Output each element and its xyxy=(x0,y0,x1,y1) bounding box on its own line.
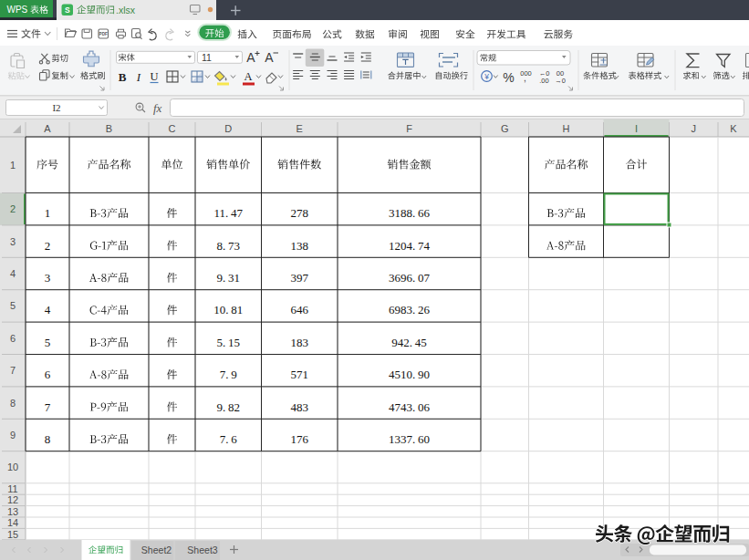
svg-text:E: E xyxy=(296,123,303,134)
svg-text:5: 5 xyxy=(45,336,51,349)
svg-text:A: A xyxy=(44,123,51,134)
svg-text:8: 8 xyxy=(10,398,16,409)
svg-text:5. 15: 5. 15 xyxy=(217,336,240,349)
svg-text:483: 483 xyxy=(291,400,309,414)
svg-text:183: 183 xyxy=(291,336,309,349)
svg-text:1204. 74: 1204. 74 xyxy=(389,239,430,253)
svg-text:4743. 06: 4743. 06 xyxy=(389,400,430,414)
svg-text:10: 10 xyxy=(7,461,18,472)
svg-text:Sheet3: Sheet3 xyxy=(187,544,217,555)
svg-text:WPS: WPS xyxy=(7,5,28,15)
svg-text:,: , xyxy=(524,73,526,83)
svg-text:4: 4 xyxy=(10,268,16,279)
svg-text:9: 9 xyxy=(10,430,16,441)
svg-text:I: I xyxy=(136,70,141,84)
svg-text:6983. 26: 6983. 26 xyxy=(389,303,430,316)
svg-text:1337. 60: 1337. 60 xyxy=(389,432,430,446)
svg-text:U: U xyxy=(150,70,158,83)
svg-text:J: J xyxy=(692,123,697,134)
svg-text:.00: .00 xyxy=(539,77,548,85)
svg-text:15: 15 xyxy=(7,529,18,540)
svg-text:3696. 07: 3696. 07 xyxy=(389,271,430,285)
svg-text:fx: fx xyxy=(153,101,162,115)
svg-text:176: 176 xyxy=(291,432,309,446)
svg-text:6: 6 xyxy=(10,333,16,344)
svg-text:9. 82: 9. 82 xyxy=(217,400,240,414)
svg-text:1: 1 xyxy=(10,160,16,171)
svg-text:9. 31: 9. 31 xyxy=(217,271,240,285)
svg-text:397: 397 xyxy=(291,271,309,285)
svg-text:.xlsx: .xlsx xyxy=(116,5,136,16)
svg-text:3: 3 xyxy=(45,271,51,285)
svg-text:D: D xyxy=(224,123,232,134)
svg-text:571: 571 xyxy=(291,368,309,381)
svg-text:6: 6 xyxy=(45,368,51,381)
svg-text:8. 73: 8. 73 xyxy=(217,239,240,253)
svg-text:7. 9: 7. 9 xyxy=(220,368,237,381)
svg-text:G: G xyxy=(501,123,509,134)
svg-text:B: B xyxy=(119,70,127,84)
svg-text:138: 138 xyxy=(291,239,309,253)
svg-text:8: 8 xyxy=(45,432,51,446)
svg-text:K: K xyxy=(730,123,737,134)
svg-text:942. 45: 942. 45 xyxy=(391,336,426,349)
svg-text:A: A xyxy=(246,50,255,65)
svg-text:I2: I2 xyxy=(52,102,60,113)
svg-text:Sheet2: Sheet2 xyxy=(141,544,172,555)
svg-text:S: S xyxy=(65,5,70,15)
svg-text:A: A xyxy=(265,50,274,65)
svg-text:1: 1 xyxy=(45,206,51,220)
svg-text:11. 47: 11. 47 xyxy=(214,206,244,220)
svg-text:2: 2 xyxy=(45,239,51,253)
svg-text:%: % xyxy=(503,70,514,85)
svg-text:¥: ¥ xyxy=(484,72,489,81)
svg-text:→0: →0 xyxy=(555,77,566,85)
svg-text:3188. 66: 3188. 66 xyxy=(389,206,430,220)
svg-text:H: H xyxy=(563,123,570,134)
svg-text:A: A xyxy=(244,70,252,83)
svg-text:7: 7 xyxy=(45,400,51,414)
svg-text:I: I xyxy=(635,123,638,134)
svg-text:F: F xyxy=(406,123,412,134)
svg-text:7: 7 xyxy=(10,365,16,376)
svg-text:5: 5 xyxy=(10,300,16,311)
svg-text:4: 4 xyxy=(45,303,51,316)
svg-text:PDF: PDF xyxy=(99,32,108,36)
svg-text:13: 13 xyxy=(7,506,18,517)
svg-text:11: 11 xyxy=(202,52,212,63)
svg-text:3: 3 xyxy=(10,236,16,247)
svg-text:B: B xyxy=(106,123,112,134)
svg-text:14: 14 xyxy=(7,517,18,528)
svg-text:4510. 90: 4510. 90 xyxy=(389,368,430,381)
svg-text:12: 12 xyxy=(7,494,18,505)
svg-text:10. 81: 10. 81 xyxy=(213,303,243,316)
svg-text:7. 6: 7. 6 xyxy=(220,432,237,446)
svg-text:C: C xyxy=(169,123,176,134)
svg-text:2: 2 xyxy=(10,203,16,214)
svg-text:646: 646 xyxy=(291,303,309,316)
svg-text:11: 11 xyxy=(7,483,17,494)
svg-text:278: 278 xyxy=(291,206,309,220)
